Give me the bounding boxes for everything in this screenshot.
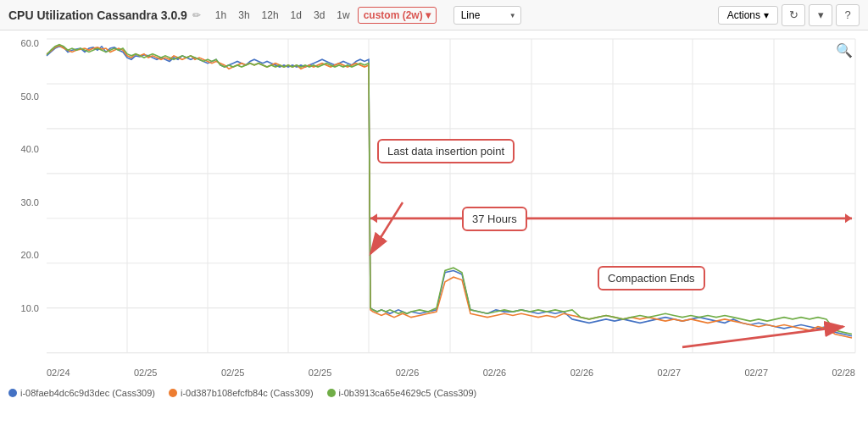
actions-button[interactable]: Actions ▾ <box>718 6 778 25</box>
chart-inner: Last data insertion point 37 Hours Compa… <box>47 39 855 357</box>
zoom-icon[interactable]: 🔍 <box>836 42 853 58</box>
time-btn-1h[interactable]: 1h <box>211 8 231 23</box>
x-label-6: 02/26 <box>570 368 594 378</box>
legend-label-orange: i-0d387b108efcfb84c (Cass309) <box>181 388 314 398</box>
y-label-50: 50.0 <box>21 92 39 102</box>
y-label-30: 30.0 <box>21 198 39 207</box>
x-label-4: 02/26 <box>396 368 420 378</box>
chart-type-wrapper[interactable]: Line Bar Area <box>453 6 521 25</box>
chart-legend: i-08faeb4dc6c9d3dec (Cass309) i-0d387b10… <box>8 383 476 403</box>
annotation-hours: 37 Hours <box>462 207 527 231</box>
y-axis: 60.0 50.0 40.0 30.0 20.0 10.0 <box>0 39 44 357</box>
x-label-9: 02/28 <box>832 368 855 378</box>
time-btn-3h[interactable]: 3h <box>234 8 253 23</box>
x-label-7: 02/27 <box>658 368 682 378</box>
chart-header: CPU Utilization Cassandra 3.0.9 ✏ 1h 3h … <box>0 0 868 30</box>
header-actions: Actions ▾ ↻ ▾ ? <box>718 4 860 26</box>
x-label-8: 02/27 <box>745 368 769 378</box>
time-btn-12h[interactable]: 12h <box>258 8 283 23</box>
actions-label: Actions <box>727 9 760 21</box>
legend-item-green: i-0b3913ca65e4629c5 (Cass309) <box>327 388 477 398</box>
annotation-hours-label: 37 Hours <box>472 213 517 225</box>
annotation-compaction: Compaction Ends <box>598 266 705 290</box>
chart-container: 60.0 50.0 40.0 30.0 20.0 10.0 <box>0 30 868 403</box>
x-label-5: 02/26 <box>483 368 507 378</box>
annotation-last-data-label: Last data insertion point <box>387 145 504 158</box>
svg-line-21 <box>370 202 403 254</box>
x-axis: 02/24 02/25 02/25 02/25 02/26 02/26 02/2… <box>47 368 855 378</box>
refresh-button[interactable]: ↻ <box>782 4 805 26</box>
time-btn-1w[interactable]: 1w <box>332 8 353 23</box>
help-icon: ? <box>844 8 850 21</box>
y-label-60: 60.0 <box>21 39 39 48</box>
x-label-3: 02/25 <box>309 368 332 378</box>
y-label-20: 20.0 <box>21 251 39 260</box>
time-range-selector: 1h 3h 12h 1d 3d 1w custom (2w) ▾ <box>211 7 437 24</box>
chart-svg <box>47 39 855 357</box>
legend-label-green: i-0b3913ca65e4629c5 (Cass309) <box>339 388 477 398</box>
edit-icon[interactable]: ✏ <box>192 9 201 21</box>
actions-chevron-icon: ▾ <box>764 9 769 21</box>
x-label-0: 02/24 <box>47 368 70 378</box>
legend-label-blue: i-08faeb4dc6c9d3dec (Cass309) <box>20 388 155 398</box>
svg-marker-19 <box>845 213 852 223</box>
y-label-40: 40.0 <box>21 145 39 154</box>
x-label-2: 02/25 <box>221 368 245 378</box>
dropdown-icon: ▾ <box>818 8 824 21</box>
legend-item-orange: i-0d387b108efcfb84c (Cass309) <box>169 388 314 398</box>
annotation-last-data: Last data insertion point <box>377 139 515 163</box>
legend-item-blue: i-08faeb4dc6c9d3dec (Cass309) <box>8 388 155 398</box>
custom-chevron: ▾ <box>426 9 431 21</box>
custom-label: custom (2w) <box>364 9 423 21</box>
svg-line-24 <box>682 327 843 347</box>
legend-dot-orange <box>169 389 177 397</box>
y-label-10: 10.0 <box>21 304 39 313</box>
legend-dot-blue <box>8 389 17 397</box>
dropdown-button[interactable]: ▾ <box>809 4 832 26</box>
time-btn-custom[interactable]: custom (2w) ▾ <box>358 7 437 24</box>
legend-dot-green <box>327 389 336 397</box>
time-btn-3d[interactable]: 3d <box>309 8 329 23</box>
refresh-icon: ↻ <box>789 8 798 21</box>
help-button[interactable]: ? <box>836 4 860 26</box>
svg-marker-20 <box>370 213 377 223</box>
chart-type-select[interactable]: Line Bar Area <box>453 6 521 25</box>
annotation-compaction-label: Compaction Ends <box>608 272 695 285</box>
x-label-1: 02/25 <box>134 368 158 378</box>
time-btn-1d[interactable]: 1d <box>287 8 306 23</box>
chart-title: CPU Utilization Cassandra 3.0.9 <box>8 8 187 22</box>
